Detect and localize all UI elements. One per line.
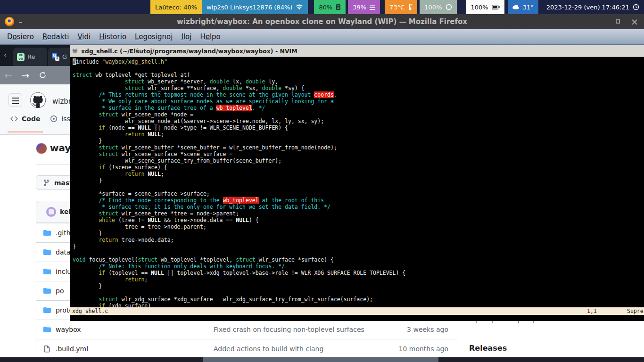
status-label: 100% [471,4,488,11]
clock-icon [633,4,639,10]
status-label: wlp2s0 Linksys12876 (84%) [206,4,292,11]
menu-helpo[interactable]: Helpo [196,33,224,41]
tab-code[interactable]: Code [10,115,40,123]
firefox-titlebar: – wizbright/waybox: An openbox clone on … [0,14,644,29]
folder-icon [43,306,51,316]
menu-vidi[interactable]: Vidi [73,33,95,41]
terminal-app-icon [72,48,78,54]
maximize-button[interactable] [616,19,620,24]
status-segment-network[interactable]: wlp2s0 Linksys12876 (84%) [202,0,308,14]
file-row-.build.yml[interactable]: .build.ymlAdded actions to build with cl… [36,339,457,358]
browser-tab-1[interactable]: REVORe [13,48,47,66]
terminal-titlebar[interactable]: xdg_shell.c (~/Elŝutoj/programs/wayland/… [70,45,644,57]
status-label: 80% [319,4,332,11]
network-icon [296,4,303,10]
status-segment-memory[interactable]: 39% [348,0,380,14]
committer-avatar[interactable] [46,207,56,217]
statusline-cursor-position: 1,1 [587,307,597,315]
folder-icon [43,268,51,277]
folder-icon [43,248,51,258]
terminal-title: xdg_shell.c (~/Elŝutoj/programs/wayland/… [81,48,297,55]
close-button[interactable]: × [631,16,638,28]
reload-button[interactable] [34,71,51,79]
file-name[interactable]: waybox [56,326,81,333]
window-title: wizbright/waybox: An openbox clone on Wa… [0,14,644,29]
active-tab-underline [8,132,43,132]
screen: Laŭteco: 40%wlp2s0 Linksys12876 (84%)80%… [0,0,644,362]
forward-button[interactable]: → [17,70,34,81]
status-label: 73°C [389,4,405,11]
file-name[interactable]: .build.yml [56,345,88,353]
status-label: 2023-12-29 (ven) 17:46:21 [546,4,629,11]
commit-message[interactable]: Fixed crash on focusing non-toplevel sur… [214,326,364,333]
memory-icon [370,5,375,10]
back-button[interactable]: ← [0,70,17,81]
statusline-scroll-indicator: Supre [627,307,644,315]
disk-icon [446,4,452,10]
status-segment-cpu[interactable]: 80% [314,0,346,14]
file-name[interactable]: data [56,248,71,256]
commit-date: 3 weeks ago [407,326,448,333]
firefox-menubar: DosieroRedaktiVidiHistorioLegosignojIloj… [0,29,644,45]
menu-redakti[interactable]: Redakti [38,33,73,41]
file-icon [43,345,51,354]
hamburger-menu-button[interactable] [8,93,22,107]
status-segment-clock[interactable]: 2023-12-29 (ven) 17:46:21 [542,0,644,14]
translate-favicon: GA [52,53,59,61]
menu-legosignoj[interactable]: Legosignoj [131,33,177,41]
tab-label: G [62,53,67,60]
tab-code-label: Code [22,115,40,123]
status-label: 100% [424,4,442,11]
commit-date: 10 months ago [399,345,448,353]
horizontal-scrollbar-thumb[interactable] [203,357,438,362]
status-segment-temperature[interactable]: 73°C [385,0,417,14]
github-logo-icon[interactable] [30,92,46,108]
divider [469,334,609,334]
menu-dosiero[interactable]: Dosiero [3,33,38,41]
battery-icon [492,5,500,9]
releases-heading: Releases [469,344,507,353]
tab-scroll-left-icon[interactable]: ‹ [4,50,7,59]
temperature-icon [408,4,413,11]
repo-avatar[interactable] [36,143,47,154]
horizontal-scrollbar[interactable] [0,357,644,362]
system-status-bar: Laŭteco: 40%wlp2s0 Linksys12876 (84%)80%… [0,0,644,14]
nvim-buffer[interactable]: #include "waybox/xdg_shell.h"struct wb_t… [70,57,644,307]
sidebar-clipped-text [473,321,567,325]
cpu-icon [336,4,341,10]
weather-icon [512,5,520,9]
folder-icon [43,287,51,296]
nvim-statusline: xdg_shell.c 1,1 Supre [70,307,644,315]
status-segment-battery[interactable]: 100% [466,0,504,14]
tab-label: Re [27,53,35,60]
folder-icon [43,229,51,239]
status-segment-volume[interactable]: Laŭteco: 40% [150,0,202,14]
file-name[interactable]: po [56,287,64,295]
menu-historio[interactable]: Historio [95,33,131,41]
menu-iloj[interactable]: Iloj [177,33,196,41]
status-label: 31° [523,4,534,11]
status-label: Laŭteco: 40% [155,4,197,11]
terminal-window: xdg_shell.c (~/Elŝutoj/programs/wayland/… [70,45,644,321]
nvim-command-line [70,315,644,321]
file-row-waybox[interactable]: wayboxFixed crash on focusing non-toplev… [36,320,457,339]
status-segment-weather[interactable]: 31° [508,0,538,14]
status-label: 39% [353,4,366,11]
status-segment-disk[interactable]: 100% [420,0,456,14]
commit-message[interactable]: Added actions to build with clang [214,345,323,353]
statusline-filename: xdg_shell.c [72,307,108,315]
folder-icon [43,326,51,335]
revo-favicon: REVO [17,53,25,61]
